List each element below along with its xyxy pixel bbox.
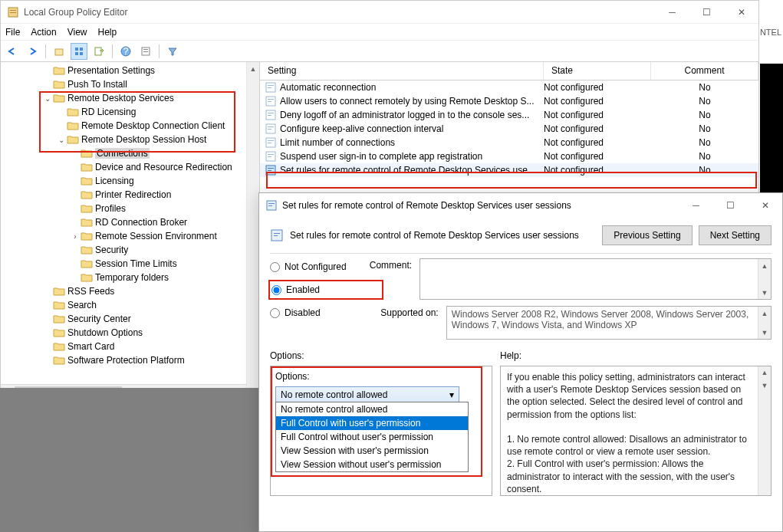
- close-button[interactable]: ✕: [724, 1, 758, 24]
- forward-button[interactable]: [24, 43, 41, 60]
- col-state[interactable]: State: [544, 62, 651, 80]
- setting-icon: [265, 150, 277, 163]
- help-button[interactable]: ?: [117, 43, 134, 60]
- export-button[interactable]: [90, 43, 107, 60]
- combobox-option[interactable]: View Session with user's permission: [276, 444, 468, 458]
- back-button[interactable]: [4, 43, 21, 60]
- setting-state: Not configured: [544, 110, 651, 120]
- folder-icon: [81, 258, 93, 269]
- svg-rect-33: [268, 168, 274, 169]
- tree-item[interactable]: RSS Feeds: [1, 284, 259, 298]
- folder-icon: [81, 217, 93, 228]
- dlg-maximize-button[interactable]: ☐: [713, 194, 748, 217]
- setting-name: Set rules for remote control of Remote D…: [280, 165, 535, 176]
- tree-item[interactable]: Shutdown Options: [1, 326, 259, 340]
- menu-file[interactable]: File: [5, 27, 20, 38]
- next-setting-button[interactable]: Next Setting: [699, 225, 771, 245]
- folder-icon: [81, 245, 93, 255]
- list-row[interactable]: Limit number of connectionsNot configure…: [260, 136, 758, 149]
- minimize-button[interactable]: ─: [655, 1, 689, 24]
- svg-rect-15: [268, 85, 274, 86]
- help-panel: If you enable this policy setting, admin…: [500, 366, 771, 496]
- tree-label: Smart Card: [67, 341, 114, 352]
- collapse-icon[interactable]: ⌄: [42, 94, 53, 103]
- options-inner-label: Options:: [275, 371, 487, 382]
- svg-rect-30: [268, 154, 274, 155]
- tree-item[interactable]: Software Protection Platform: [1, 353, 259, 367]
- svg-rect-40: [274, 235, 278, 236]
- list-header: Setting State Comment: [260, 62, 758, 80]
- col-setting[interactable]: Setting: [260, 62, 544, 80]
- maximize-button[interactable]: ☐: [689, 1, 724, 24]
- tree-item[interactable]: Security Center: [1, 312, 259, 326]
- svg-rect-7: [80, 52, 83, 55]
- help-scrollbar[interactable]: ▲▼: [758, 366, 771, 495]
- svg-rect-24: [268, 126, 274, 127]
- tree-item[interactable]: Smart Card: [1, 340, 259, 353]
- tree-item[interactable]: RD Connection Broker: [1, 215, 259, 229]
- radio-enabled[interactable]: Enabled: [271, 284, 320, 295]
- tree-item[interactable]: Security: [1, 243, 259, 257]
- folder-icon: [81, 176, 93, 186]
- list-row[interactable]: Configure keep-alive connection interval…: [260, 122, 758, 136]
- tree-item[interactable]: ⌄Remote Desktop Services: [1, 91, 259, 105]
- combobox-dropdown[interactable]: No remote control allowedFull Control wi…: [275, 402, 469, 472]
- setting-state: Not configured: [544, 151, 651, 162]
- combobox-option[interactable]: View Session without user's permission: [276, 458, 468, 471]
- tree-item[interactable]: Search: [1, 298, 259, 312]
- list-row[interactable]: Suspend user sign-in to complete app reg…: [260, 149, 758, 163]
- dlg-close-button[interactable]: ✕: [748, 194, 782, 217]
- options-combobox[interactable]: No remote control allowed ▾: [275, 386, 459, 403]
- list-row[interactable]: Set rules for remote control of Remote D…: [260, 163, 758, 177]
- tree-item[interactable]: Licensing: [1, 174, 259, 188]
- comment-textarea[interactable]: ▲▼: [419, 258, 771, 300]
- list-row[interactable]: Allow users to connect remotely by using…: [260, 94, 758, 108]
- tree-item[interactable]: Push To Install: [1, 77, 259, 91]
- tree-item[interactable]: Profiles: [1, 202, 259, 215]
- svg-rect-12: [143, 49, 148, 50]
- combobox-option[interactable]: Full Control with user's permission: [276, 416, 468, 430]
- collapse-icon[interactable]: ⌄: [56, 136, 67, 144]
- radio-not-configured[interactable]: Not Configured: [270, 261, 347, 272]
- filter-button[interactable]: [164, 43, 181, 60]
- titlebar: Local Group Policy Editor ─ ☐ ✕: [1, 1, 758, 24]
- list-row[interactable]: Deny logoff of an administrator logged i…: [260, 108, 758, 122]
- expand-icon[interactable]: ›: [70, 232, 81, 241]
- svg-text:?: ?: [123, 46, 129, 57]
- previous-setting-button[interactable]: Previous Setting: [602, 225, 692, 245]
- setting-icon: [265, 95, 277, 107]
- dlg-minimize-button[interactable]: ─: [679, 194, 713, 217]
- folder-icon: [53, 286, 65, 297]
- combobox-option[interactable]: No remote control allowed: [276, 402, 468, 416]
- tree-item[interactable]: ⌄Remote Desktop Session Host: [1, 133, 259, 146]
- combobox-option[interactable]: Full Control without user's permission: [276, 430, 468, 444]
- tree-item[interactable]: Remote Desktop Connection Client: [1, 119, 259, 133]
- menu-view[interactable]: View: [67, 27, 87, 38]
- menu-help[interactable]: Help: [98, 27, 117, 38]
- col-comment[interactable]: Comment: [651, 62, 758, 80]
- tree-item[interactable]: RD Licensing: [1, 105, 259, 119]
- tree-item[interactable]: ›Remote Session Environment: [1, 229, 259, 243]
- folder-icon: [81, 162, 93, 172]
- tree-item[interactable]: Connections: [1, 146, 259, 160]
- tree-label: Profiles: [95, 203, 126, 214]
- svg-rect-4: [75, 48, 78, 51]
- up-button[interactable]: [51, 43, 67, 60]
- tree-item[interactable]: Presentation Settings: [1, 64, 259, 77]
- menu-action[interactable]: Action: [31, 27, 56, 38]
- setting-comment: No: [651, 110, 758, 120]
- tree-label: Remote Session Environment: [95, 231, 217, 241]
- setting-comment: No: [651, 137, 758, 148]
- svg-rect-27: [268, 140, 274, 141]
- list-row[interactable]: Automatic reconnectionNot configuredNo: [260, 80, 758, 94]
- prop-button[interactable]: [137, 43, 154, 60]
- tree-item[interactable]: Session Time Limits: [1, 257, 259, 271]
- tree-item[interactable]: Device and Resource Redirection: [1, 160, 259, 174]
- folder-icon: [53, 79, 65, 90]
- folder-icon: [67, 134, 79, 145]
- tree-item[interactable]: Printer Redirection: [1, 188, 259, 202]
- radio-disabled[interactable]: Disabled: [270, 307, 347, 318]
- tree-button[interactable]: [71, 43, 87, 60]
- help-heading: Help:: [500, 350, 771, 361]
- tree-item[interactable]: Temporary folders: [1, 271, 259, 284]
